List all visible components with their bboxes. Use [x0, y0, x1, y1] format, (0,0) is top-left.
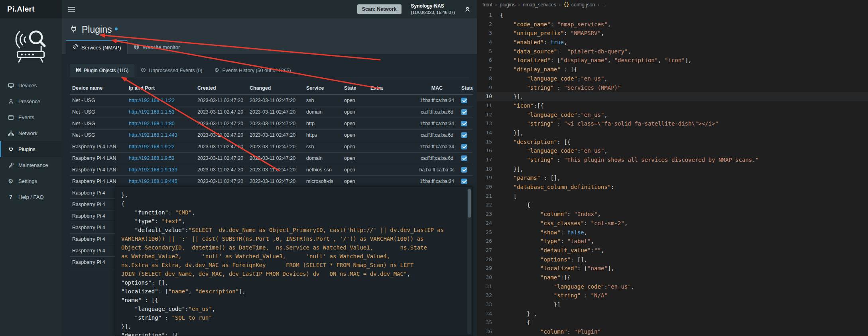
editor-line[interactable]: 19 "params" : [], — [477, 173, 868, 183]
sidebar-item-plugins[interactable]: Plugins — [0, 141, 62, 157]
col-changed[interactable]: Changed — [247, 82, 304, 94]
status-checkbox[interactable] — [461, 155, 467, 161]
col-mac[interactable]: MAC — [415, 82, 459, 94]
breadcrumb-item-nmap-services[interactable]: nmap_services — [523, 2, 556, 8]
col-ip-and-port[interactable]: Ip and Port — [126, 82, 195, 94]
tab-services-nmap[interactable]: Services (NMAP) — [66, 40, 128, 54]
editor-line[interactable]: 36 "column": "Plugin" — [477, 327, 868, 336]
editor-line[interactable]: 18 }], — [477, 165, 868, 174]
status-checkbox[interactable] — [461, 98, 467, 103]
editor-line[interactable]: 35 { — [477, 318, 868, 327]
editor-line[interactable]: 14 }], — [477, 128, 868, 138]
breadcrumb-item-front[interactable]: front — [482, 2, 492, 8]
objects-icon — [76, 67, 81, 74]
braces-icon: {} — [563, 2, 569, 8]
subtab-events-history-50-out-of-1265[interactable]: Events History (50 out of 1265) — [209, 64, 296, 77]
status-checkbox[interactable] — [461, 121, 467, 126]
sidebar-item-label: Events — [18, 114, 34, 120]
col-device-name[interactable]: Device name — [70, 82, 126, 94]
state-cell: open — [342, 106, 368, 118]
status-checkbox[interactable] — [461, 167, 467, 173]
line-number: 25 — [477, 228, 500, 237]
ip-port-link[interactable]: http://192.168.1.1:22 — [129, 98, 175, 103]
sidebar-toggle-button[interactable] — [62, 0, 81, 18]
subtab-plugin-objects-115[interactable]: Plugin Objects (115) — [70, 64, 134, 77]
editor-line[interactable]: 8 "language_code":"en_us", — [477, 74, 868, 83]
editor-line[interactable]: 11 "icon":[{ — [477, 101, 868, 110]
line-number: 6 — [477, 56, 500, 65]
line-number: 24 — [477, 219, 500, 228]
brand-logo[interactable]: Pi.Alert — [0, 0, 62, 18]
col-extra[interactable]: Extra — [368, 82, 415, 94]
col-state[interactable]: State — [342, 82, 368, 94]
sidebar-item-events[interactable]: Events — [0, 109, 62, 125]
status-checkbox[interactable] — [461, 179, 467, 184]
editor-line[interactable]: 30 "name":[{ — [477, 273, 868, 282]
sidebar-item-devices[interactable]: Devices — [0, 77, 62, 93]
editor-line[interactable]: 22 { — [477, 200, 868, 210]
sidebar-item-maintenance[interactable]: Maintenance — [0, 157, 62, 173]
col-status[interactable]: Status — [459, 82, 473, 94]
subtab-unprocessed-events-0[interactable]: Unprocessed Events (0) — [135, 64, 208, 77]
editor-line[interactable]: 21 [ — [477, 192, 868, 201]
tab-website-monitor[interactable]: Website monitor — [128, 41, 186, 54]
editor-line[interactable]: 31 "language_code":"en_us", — [477, 282, 868, 291]
status-cell — [459, 175, 473, 187]
editor-line[interactable]: 13 "string" : "<i class=\"fa-solid fa-sa… — [477, 119, 868, 128]
sidebar-item-help-faq[interactable]: ?Help / FAQ — [0, 189, 62, 205]
editor-line[interactable]: 27 "default_value":"", — [477, 246, 868, 255]
ip-port-link[interactable]: http://192.168.1.1:80 — [129, 121, 175, 126]
status-checkbox[interactable] — [461, 144, 467, 149]
status-checkbox[interactable] — [461, 132, 467, 138]
editor-line[interactable]: 17 "string" : "This plugin shows all ser… — [477, 155, 868, 165]
editor-line[interactable]: 12 "language_code":"en_us", — [477, 110, 868, 120]
col-service[interactable]: Service — [304, 82, 342, 94]
sidebar-item-network[interactable]: Network — [0, 125, 62, 141]
editor-line[interactable]: 6 "localized": ["display_name", "descrip… — [477, 56, 868, 65]
ip-port-link[interactable]: http://192.168.1.9:139 — [129, 167, 177, 173]
editor-line[interactable]: 34 } , — [477, 309, 868, 318]
editor-line[interactable]: 23 "column": "Index", — [477, 210, 868, 219]
ip-port-link[interactable]: http://192.168.1.9:53 — [129, 155, 175, 161]
editor-code[interactable]: 1{2 "code_name": "nmap_services",3 "uniq… — [477, 10, 868, 336]
state-cell: open — [342, 164, 368, 175]
editor-line[interactable]: 9 "string" : "Services (NMAP)" — [477, 83, 868, 92]
help-dot[interactable] — [115, 28, 118, 30]
breadcrumb-item-plugins[interactable]: plugins — [500, 2, 516, 8]
editor-line[interactable]: 26 "type": "label", — [477, 237, 868, 246]
overlay-scrollbar-thumb[interactable] — [468, 189, 471, 218]
sidebar-item-label: Help / FAQ — [18, 194, 44, 200]
editor-line[interactable]: 20 "database_column_definitions": — [477, 183, 868, 192]
ip-port-link[interactable]: http://192.168.1.9:22 — [129, 144, 175, 149]
status-checkbox[interactable] — [461, 109, 467, 115]
ip-port-link[interactable]: http://192.168.1.9:445 — [129, 179, 177, 184]
editor-line[interactable]: 10 }], — [477, 92, 868, 101]
plugin-config-textarea[interactable]: },{ "function": "CMD", "type": "text", "… — [115, 187, 473, 336]
overlay-code-line: "default_value":"SELECT dv.dev_Name as O… — [121, 226, 461, 234]
breadcrumb-item-[interactable]: ... — [602, 2, 606, 8]
editor-line[interactable]: 7 "display_name" : [{ — [477, 65, 868, 74]
table-row: Net - USGhttp://192.168.1.1:802023-03-11… — [70, 118, 473, 129]
sidebar-item-settings[interactable]: ⚙Settings — [0, 173, 62, 189]
editor-line[interactable]: 29 "localized": ["name"], — [477, 264, 868, 273]
editor-line[interactable]: 2 "code_name": "nmap_services", — [477, 20, 868, 29]
editor-line[interactable]: 16 "language_code":"en_us", — [477, 146, 868, 155]
col-created[interactable]: Created — [195, 82, 247, 94]
overlay-scrollbar[interactable] — [467, 188, 471, 334]
editor-line[interactable]: 25 "show": false, — [477, 228, 868, 237]
ip-port-link[interactable]: http://192.168.1.1:53 — [129, 109, 175, 115]
editor-line[interactable]: 3 "unique_prefix": "NMAPSRV", — [477, 29, 868, 38]
mac-cell: 1f:ba:ff:ca:ba:34 — [415, 94, 459, 106]
editor-line[interactable]: 24 "css_classes": "col-sm-2", — [477, 219, 868, 228]
editor-line[interactable]: 33 }] — [477, 300, 868, 309]
user-headset-icon[interactable] — [465, 6, 470, 12]
editor-line[interactable]: 1{ — [477, 11, 868, 20]
sidebar-item-presence[interactable]: Presence — [0, 93, 62, 109]
editor-line[interactable]: 4 "enabled": true, — [477, 38, 868, 47]
editor-line[interactable]: 28 "options": [], — [477, 255, 868, 264]
editor-line[interactable]: 32 "string" : "N/A" — [477, 291, 868, 300]
editor-line[interactable]: 15 "description": [{ — [477, 138, 868, 147]
breadcrumb-item-config-json[interactable]: {}config.json — [563, 2, 595, 8]
ip-port-link[interactable]: http://192.168.1.1:443 — [129, 132, 177, 138]
editor-line[interactable]: 5 "data_source": "pialert-db-query", — [477, 47, 868, 56]
